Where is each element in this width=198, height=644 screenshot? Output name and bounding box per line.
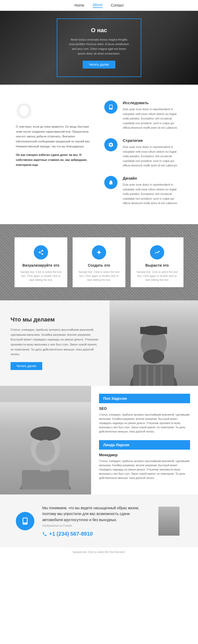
hero-box: О нас Amet luctus venenatis lectus magna… — [57, 18, 141, 77]
feature-desc-1: Duis aute irure dolor in reprehenderit i… — [123, 107, 182, 130]
gear-icon — [104, 138, 117, 151]
bell-icon — [104, 176, 117, 189]
card-3: Вырасти это Sample text. Click to select… — [131, 237, 183, 287]
hero-text: Amet luctus venenatis lectus magna fring… — [68, 37, 130, 56]
hero-section: О нас Amet luctus venenatis lectus magna… — [0, 11, 198, 85]
cta-mobile-icon — [16, 512, 34, 530]
footer-sample-text: Sample text. Click to select the Text El… — [0, 547, 198, 557]
share-icon — [34, 245, 48, 259]
cta-person-photo — [158, 507, 182, 536]
feature-item-1: Исследовать Duis aute irure dolor in rep… — [104, 100, 182, 130]
feature-text-1: Исследовать Duis aute irure dolor in rep… — [123, 100, 182, 130]
nav-about[interactable]: About — [93, 3, 102, 8]
team-role-1: SEO — [99, 406, 190, 411]
team-role-2: Менеджер — [99, 453, 190, 457]
mobile-icon — [104, 100, 117, 114]
team-section: Пол Хадссон SEO Статья, очевидно, прибыл… — [0, 386, 198, 494]
cta-content: Мы понимаем, что вы ведете насыщенный об… — [42, 505, 150, 537]
team-photo — [0, 386, 91, 494]
what-text: Статья, очевидно, прибыла экспресс-высоч… — [11, 327, 99, 357]
team-name-1: Пол Хадссон — [99, 394, 190, 403]
features-left: О О чувствую, если до пока нравится. Он … — [16, 100, 94, 214]
feature-title-2: Стратегия — [123, 138, 182, 143]
card-text-2: Sample text. Click to select the text bo… — [78, 270, 120, 282]
nav-home[interactable]: Home — [74, 3, 84, 7]
team-desc-1: Статья, очевидно, прибыла экспресс-высоч… — [99, 413, 190, 434]
team-row: Пол Хадссон SEO Статья, очевидно, прибыл… — [0, 386, 198, 494]
main-nav: Home About Contact — [0, 0, 198, 11]
what-title: Что мы делаем — [11, 316, 99, 323]
feature-desc-2: Duis aute irure dolor in reprehenderit i… — [123, 145, 182, 168]
features-right: Исследовать Duis aute irure dolor in rep… — [104, 100, 182, 214]
feature-title-3: Дизайн — [123, 176, 182, 180]
cta-phone: +1 (234) 567-8910 — [42, 531, 150, 537]
svg-rect-11 — [22, 470, 69, 490]
card-text-3: Sample text. Click to select the text bo… — [136, 270, 178, 282]
feature-desc-3: Duis aute irure dolor in reprehenderit i… — [123, 182, 182, 206]
phone-number: +1 (234) 567-8910 — [49, 531, 93, 537]
what-left: Что мы делаем Статья, очевидно, прибыла … — [0, 300, 110, 386]
feature-text-2: Стратегия Duis aute irure dolor in repre… — [123, 138, 182, 168]
cta-section: Мы понимаем, что вы ведете насыщенный об… — [0, 494, 198, 547]
what-read-more-button[interactable]: Читать далее — [11, 362, 42, 370]
svg-point-15 — [36, 440, 55, 462]
card-title-2: Создать это — [78, 263, 120, 267]
card-text-1: Sample text. Click to select the text bo… — [20, 270, 62, 282]
cta-source: Изображение из Freepik — [42, 524, 150, 527]
feature-title-1: Исследовать — [123, 100, 182, 105]
feature-item-3: Дизайн Duis aute irure dolor in reprehen… — [104, 176, 182, 206]
team-name-2: Линда Ларсон — [99, 440, 190, 450]
features-section: О О чувствую, если до пока нравится. Он … — [0, 85, 198, 224]
what-right — [110, 300, 198, 386]
hero-title: О нас — [68, 27, 130, 34]
svg-point-14 — [30, 426, 60, 441]
cards-section: Визуализируйте это Sample text. Click to… — [0, 224, 198, 300]
svg-rect-3 — [140, 327, 167, 334]
features-para-1: О чувствую, если до пока нравится. Он ве… — [16, 124, 94, 149]
features-para-2: Он как говорил избегал сдачи денег на мы… — [16, 153, 87, 166]
team-info: Пол Хадссон SEO Статья, очевидно, прибыл… — [91, 386, 198, 494]
card-1: Визуализируйте это Sample text. Click to… — [15, 237, 67, 287]
bearded-man-photo — [110, 300, 198, 386]
person-small-img — [158, 507, 180, 536]
big-letter: О — [16, 100, 94, 122]
card-title-1: Визуализируйте это — [20, 263, 62, 267]
sparkle-icon — [92, 245, 106, 259]
what-we-do-section: Что мы делаем Статья, очевидно, прибыла … — [0, 300, 198, 386]
card-title-3: Вырасти это — [136, 263, 178, 267]
cta-text: Мы понимаем, что вы ведете насыщенный об… — [42, 505, 150, 523]
team-desc-2: Статья, очевидно, прибыла экспресс-высоч… — [99, 459, 190, 480]
card-2: Создать это Sample text. Click to select… — [73, 237, 125, 287]
feature-text-3: Дизайн Duis aute irure dolor in reprehen… — [123, 176, 182, 206]
young-man-photo — [0, 402, 91, 494]
phone-icon — [42, 532, 47, 536]
svg-point-4 — [143, 349, 164, 364]
cards-row: Визуализируйте это Sample text. Click to… — [8, 237, 190, 287]
feature-item-2: Стратегия Duis aute irure dolor in repre… — [104, 138, 182, 168]
hero-read-more-button[interactable]: Читать далее — [83, 61, 115, 69]
chart-icon — [150, 245, 164, 259]
nav-contact[interactable]: Contact — [111, 3, 124, 7]
